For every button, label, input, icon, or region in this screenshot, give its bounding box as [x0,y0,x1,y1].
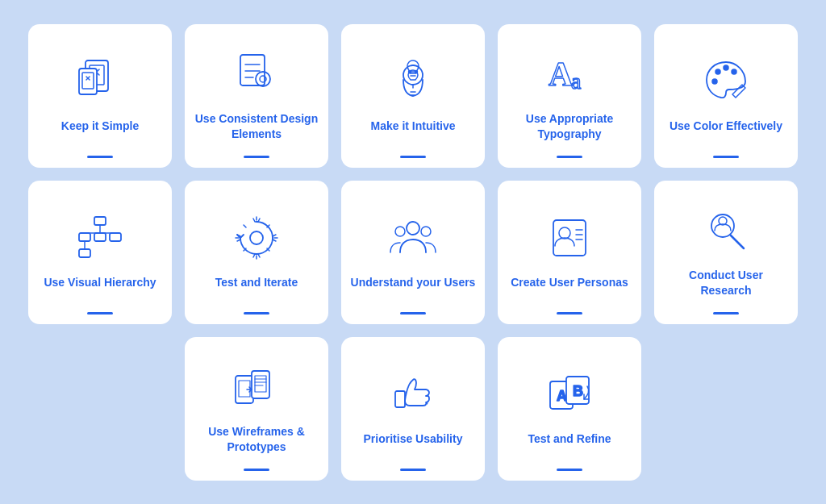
make-intuitive-label: Make it Intuitive [370,119,455,141]
card-typography[interactable]: Use Appropriate Typography [498,24,641,168]
card-user-research[interactable]: Conduct User Research [654,181,798,324]
consistent-design-icon [227,45,286,103]
typography-icon [540,45,599,103]
understand-users-label: Understand your Users [351,275,476,298]
user-research-icon [697,202,755,260]
row-1: Keep it Simple Use Consistent Design Ele… [18,24,808,168]
test-refine-label: Test and Refine [528,431,611,454]
visual-hierarchy-icon [71,209,129,267]
keep-simple-icon [71,52,129,110]
card-user-personas[interactable]: Create User Personas [498,181,641,324]
card-test-iterate[interactable]: Test and Iterate [185,181,328,324]
row-2: Use Visual Hierarchy Test and Iterate Un… [18,181,808,324]
card-grid: Keep it Simple Use Consistent Design Ele… [18,24,808,481]
wireframes-label: Use Wireframes & Prototypes [193,424,320,461]
card-make-intuitive[interactable]: Make it Intuitive [341,24,485,168]
card-consistent-design[interactable]: Use Consistent Design Elements [185,24,328,168]
test-iterate-label: Test and Iterate [215,275,298,298]
card-visual-hierarchy[interactable]: Use Visual Hierarchy [28,181,172,324]
color-label: Use Color Effectively [670,119,782,141]
test-refine-icon [540,365,599,423]
card-test-refine[interactable]: Test and Refine [498,337,641,481]
user-research-label: Conduct User Research [662,268,790,305]
card-usability[interactable]: Prioritise Usability [341,337,485,481]
usability-icon [384,365,442,423]
user-personas-label: Create User Personas [511,275,628,298]
card-understand-users[interactable]: Understand your Users [341,181,485,324]
user-personas-icon [540,209,599,267]
understand-users-icon [384,209,442,267]
card-color[interactable]: Use Color Effectively [654,24,798,168]
typography-label: Use Appropriate Typography [506,111,633,148]
row-3: Use Wireframes & Prototypes Prioritise U… [18,337,808,481]
color-icon [697,52,755,110]
visual-hierarchy-label: Use Visual Hierarchy [44,275,156,298]
make-intuitive-icon [384,52,442,110]
keep-simple-label: Keep it Simple [61,119,139,141]
usability-label: Prioritise Usability [364,431,463,454]
test-iterate-icon [227,209,286,267]
consistent-design-label: Use Consistent Design Elements [193,111,320,148]
wireframes-icon [227,358,286,416]
card-wireframes[interactable]: Use Wireframes & Prototypes [185,337,328,481]
card-keep-simple[interactable]: Keep it Simple [28,24,172,168]
